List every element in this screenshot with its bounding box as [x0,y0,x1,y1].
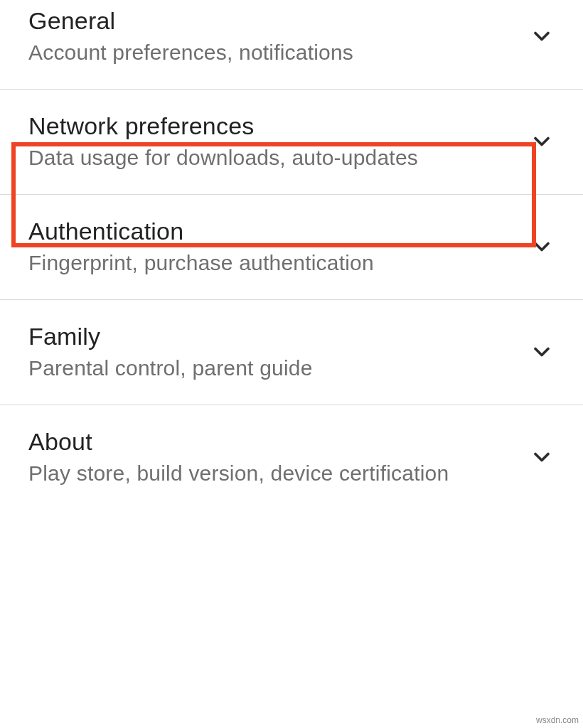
settings-item-subtitle: Account preferences, notifications [28,41,515,65]
settings-item-title: Authentication [28,218,515,245]
chevron-down-icon [529,23,555,49]
settings-item-authentication[interactable]: Authentication Fingerprint, purchase aut… [0,195,583,300]
settings-item-family[interactable]: Family Parental control, parent guide [0,300,583,405]
settings-item-title: General [28,7,515,35]
settings-item-text: Network preferences Data usage for downl… [28,112,515,170]
chevron-down-icon [529,129,555,154]
settings-item-about[interactable]: About Play store, build version, device … [0,405,583,498]
chevron-down-icon [529,234,555,259]
settings-item-subtitle: Fingerprint, purchase authentication [28,251,515,275]
settings-item-network-preferences[interactable]: Network preferences Data usage for downl… [0,90,583,195]
settings-item-text: Authentication Fingerprint, purchase aut… [28,218,515,275]
settings-item-general[interactable]: General Account preferences, notificatio… [0,0,583,90]
settings-item-subtitle: Parental control, parent guide [28,356,515,380]
settings-item-title: Network preferences [28,112,515,140]
settings-item-text: General Account preferences, notificatio… [28,7,515,65]
settings-item-title: About [28,428,515,456]
settings-item-subtitle: Play store, build version, device certif… [28,461,515,486]
watermark: wsxdn.com [536,715,579,725]
settings-item-text: About Play store, build version, device … [28,428,515,486]
chevron-down-icon [529,444,555,470]
settings-item-subtitle: Data usage for downloads, auto-updates [28,146,515,170]
settings-item-text: Family Parental control, parent guide [28,323,515,380]
settings-list: General Account preferences, notificatio… [0,0,583,498]
settings-item-title: Family [28,323,515,350]
chevron-down-icon [529,339,555,365]
